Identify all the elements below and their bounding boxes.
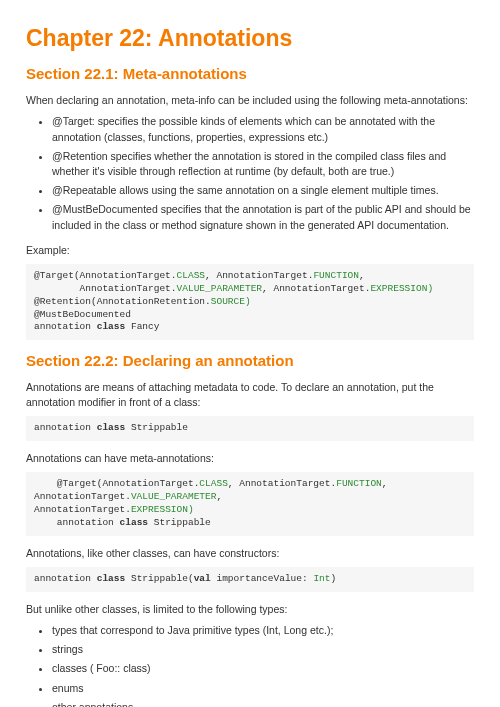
chapter-title: Chapter 22: Annotations xyxy=(26,22,474,55)
code-block-3: @Target(AnnotationTarget.CLASS, Annotati… xyxy=(26,472,474,535)
list-item: strings xyxy=(52,642,474,657)
section-22-1-intro: When declaring an annotation, meta-info … xyxy=(26,93,474,108)
list-item: classes ( Foo:: class) xyxy=(52,661,474,676)
section-22-2-p4: But unlike other classes, is limited to … xyxy=(26,602,474,617)
types-list: types that correspond to Java primitive … xyxy=(26,623,474,707)
code-block-4: annotation class Strippable(val importan… xyxy=(26,567,474,592)
meta-annotations-list: @Target: specifies the possible kinds of… xyxy=(26,114,474,233)
list-item: other annotations xyxy=(52,700,474,707)
code-block-1: @Target(AnnotationTarget.CLASS, Annotati… xyxy=(26,264,474,340)
example-label: Example: xyxy=(26,243,474,258)
list-item: @Repeatable allows using the same annota… xyxy=(52,183,474,198)
list-item: @MustBeDocumented specifies that the ann… xyxy=(52,202,474,232)
section-22-1-title: Section 22.1: Meta-annotations xyxy=(26,63,474,85)
list-item: enums xyxy=(52,681,474,696)
list-item: types that correspond to Java primitive … xyxy=(52,623,474,638)
section-22-2-title: Section 22.2: Declaring an annotation xyxy=(26,350,474,372)
list-item: @Retention specifies whether the annotat… xyxy=(52,149,474,179)
list-item: @Target: specifies the possible kinds of… xyxy=(52,114,474,144)
section-22-2-p1: Annotations are means of attaching metad… xyxy=(26,380,474,410)
section-22-2-p2: Annotations can have meta-annotations: xyxy=(26,451,474,466)
code-block-2: annotation class Strippable xyxy=(26,416,474,441)
section-22-2-p3: Annotations, like other classes, can hav… xyxy=(26,546,474,561)
